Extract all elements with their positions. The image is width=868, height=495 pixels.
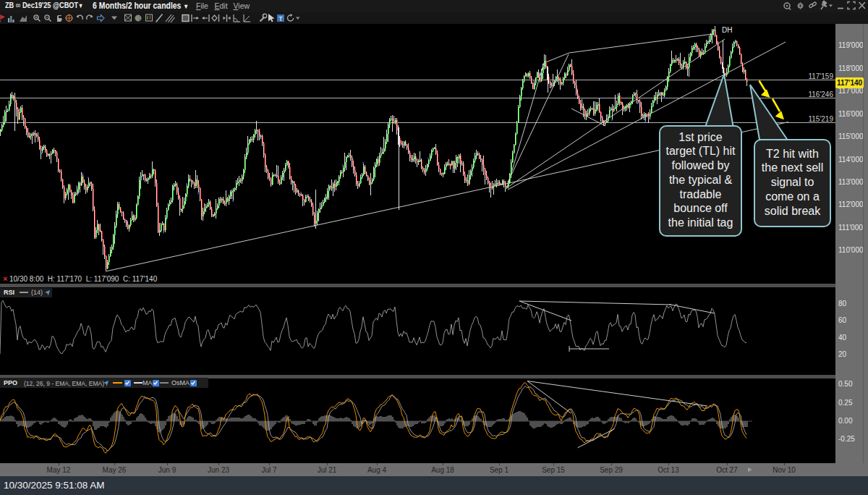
svg-text:T: T [278,15,283,22]
